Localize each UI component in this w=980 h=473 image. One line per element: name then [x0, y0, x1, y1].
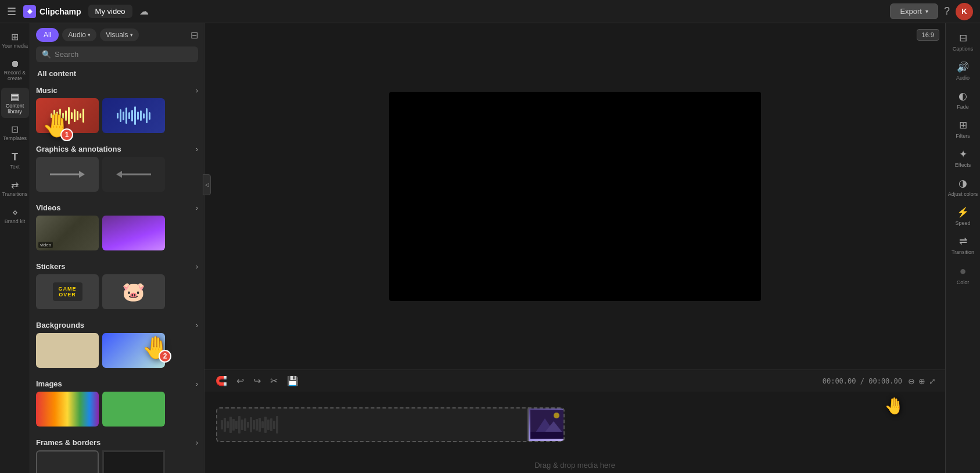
brand-kit-icon: ⋄ — [12, 207, 18, 218]
section-frames-header[interactable]: Frames & borders › — [36, 435, 198, 450]
right-panel-audio[interactable]: 🔊 Audio — [947, 57, 979, 85]
timeline-track[interactable]: 🤚 — [204, 392, 945, 457]
sticker-thumb-1[interactable]: GAME OVER — [36, 274, 99, 309]
image-thumb-1[interactable] — [36, 392, 99, 427]
section-graphics-header[interactable]: Graphics & annotations › — [36, 141, 198, 157]
zoom-in-button[interactable]: ⊕ — [918, 377, 925, 386]
user-avatar[interactable]: K — [956, 3, 973, 20]
drag-drop-label: Drag & drop media here — [204, 457, 945, 473]
fade-icon: ◐ — [959, 90, 967, 102]
magnet-button[interactable]: 🧲 — [214, 374, 229, 388]
sidebar-item-transitions[interactable]: ⇄ Transitions — [1, 176, 29, 201]
svg-point-8 — [554, 413, 559, 418]
time-total: 00:00.00 — [868, 377, 902, 385]
panel-collapse-button[interactable]: ◁ — [203, 174, 211, 195]
music-thumb-1[interactable] — [36, 98, 99, 133]
section-stickers-title: Stickers — [36, 262, 66, 271]
timeline-clip-inner — [217, 416, 563, 433]
transitions-icon: ⇄ — [11, 180, 19, 191]
sidebar-item-record-create[interactable]: ⏺ Record & create — [1, 55, 29, 85]
logo-icon: ◆ — [23, 5, 36, 18]
image-thumb-2[interactable] — [102, 392, 165, 427]
sidebar-item-text[interactable]: T Text — [1, 148, 29, 174]
section-backgrounds: Backgrounds › 🤚 2 — [30, 317, 204, 376]
section-graphics: Graphics & annotations › — [30, 141, 204, 200]
hamburger-icon[interactable]: ☰ — [7, 5, 16, 18]
svg-marker-3 — [116, 171, 122, 178]
section-images-title: Images — [36, 379, 62, 388]
section-music-header[interactable]: Music › — [36, 83, 198, 98]
video-thumb-1[interactable]: video — [36, 216, 99, 250]
sidebar-item-your-media[interactable]: ⊞ Your media — [1, 28, 29, 53]
text-icon: T — [12, 151, 18, 163]
sidebar-item-templates[interactable]: ⊡ Templates — [1, 120, 29, 145]
bg-thumb-2[interactable] — [102, 333, 165, 368]
right-panel-speed[interactable]: ⚡ Speed — [947, 202, 979, 230]
your-media-icon: ⊞ — [11, 31, 19, 42]
filter-tabs: All Audio ▾ Visuals ▾ ⊟ — [30, 23, 204, 46]
right-panel-transition[interactable]: ⇌ Transition — [947, 231, 979, 259]
arrow-svg-1 — [50, 167, 85, 181]
redo-button[interactable]: ↪ — [252, 374, 263, 388]
content-scroll: 🤚 1 Music › — [30, 83, 204, 473]
time-separator: / — [860, 377, 868, 385]
speed-icon: ⚡ — [957, 206, 969, 218]
right-panel-captions[interactable]: ⊟ Captions — [947, 28, 979, 56]
right-panel-adjust-colors[interactable]: ◑ Adjust colors — [947, 173, 979, 201]
time-current: 00:00.00 — [823, 377, 856, 385]
right-panel-fade[interactable]: ◐ Fade — [947, 86, 979, 114]
section-stickers-arrow: › — [196, 263, 198, 271]
frame-thumb-1[interactable] — [36, 450, 99, 473]
undo-button[interactable]: ↩ — [235, 374, 246, 388]
audio-chevron-icon: ▾ — [88, 32, 91, 38]
section-music: Music › — [30, 83, 204, 141]
captions-label: Captions — [953, 46, 974, 52]
sidebar-item-brand-kit[interactable]: ⋄ Brand kit — [1, 203, 29, 228]
section-stickers-items: GAME OVER 🐷 — [36, 274, 198, 309]
video-thumb-2[interactable] — [102, 216, 165, 250]
filters-icon: ⊞ — [959, 119, 967, 131]
right-panel-filters[interactable]: ⊞ Filters — [947, 115, 979, 143]
bg-thumb-1[interactable] — [36, 333, 99, 368]
save-button[interactable]: 💾 — [285, 374, 300, 388]
color-label: Color — [957, 280, 970, 285]
section-graphics-arrow: › — [196, 145, 198, 153]
zoom-out-button[interactable]: ⊖ — [908, 377, 915, 386]
filter-tab-all[interactable]: All — [36, 28, 59, 42]
music-thumb-2[interactable] — [102, 98, 165, 133]
section-frames: Frames & borders › — [30, 435, 204, 473]
app-name: Clipchamp — [40, 7, 81, 16]
section-frames-items — [36, 450, 198, 473]
help-icon[interactable]: ? — [944, 5, 950, 17]
right-panel-color[interactable]: ● Color — [947, 260, 979, 289]
graphics-thumb-2[interactable] — [102, 157, 165, 192]
scissors-button[interactable]: ✂ — [268, 374, 279, 388]
zoom-controls: ⊖ ⊕ ⤢ — [908, 377, 936, 386]
search-input[interactable] — [55, 50, 192, 59]
frame-thumb-2[interactable] — [102, 450, 165, 473]
zoom-fit-button[interactable]: ⤢ — [929, 377, 936, 386]
export-button[interactable]: Export ▾ — [890, 3, 938, 19]
svg-marker-1 — [79, 171, 85, 178]
section-stickers-header[interactable]: Stickers › — [36, 259, 198, 274]
section-images-header[interactable]: Images › — [36, 376, 198, 392]
aspect-ratio-button[interactable]: 16:9 — [917, 29, 939, 41]
section-videos-header[interactable]: Videos › — [36, 200, 198, 216]
app-logo: ◆ Clipchamp — [23, 5, 81, 18]
sticker-thumb-2[interactable]: 🐷 — [102, 274, 165, 309]
section-backgrounds-header[interactable]: Backgrounds › — [36, 317, 198, 333]
timeline-clip[interactable] — [216, 407, 565, 442]
project-title[interactable]: My video — [88, 5, 132, 18]
filter-tab-audio[interactable]: Audio ▾ — [62, 28, 96, 41]
section-images-arrow: › — [196, 380, 198, 388]
sidebar-item-content-library[interactable]: ▤ Content library — [1, 88, 29, 119]
graphics-thumb-1[interactable] — [36, 157, 99, 192]
adjust-colors-icon: ◑ — [959, 177, 967, 189]
text-label: Text — [10, 164, 20, 170]
filter-tab-visuals[interactable]: Visuals ▾ — [100, 28, 138, 41]
sort-button[interactable]: ⊟ — [191, 30, 198, 41]
timeline-controls: 🧲 ↩ ↪ ✂ 💾 00:00.00 / 00:00.00 ⊖ ⊕ ⤢ — [204, 370, 945, 392]
right-panel-effects[interactable]: ✦ Effects — [947, 144, 979, 172]
section-backgrounds-arrow: › — [196, 321, 198, 329]
section-videos: Videos › video — [30, 200, 204, 259]
